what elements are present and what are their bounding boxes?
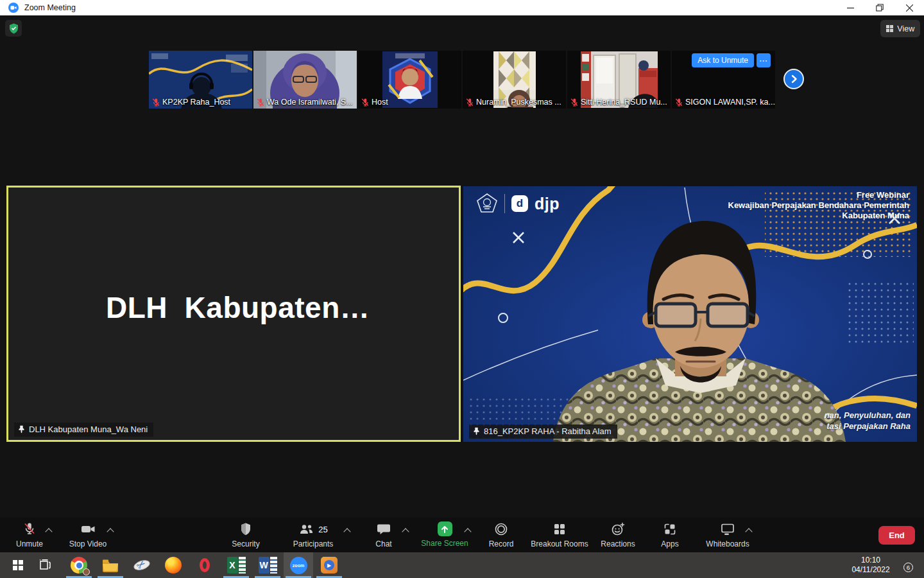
- taskbar-excel-button[interactable]: X: [221, 552, 251, 578]
- taskbar-snipping-button[interactable]: ✂: [127, 552, 157, 578]
- whiteboard-icon: [719, 521, 736, 537]
- video-pane-rabitha-alam: d djp Free Webinar Kewajiban Perpajakan …: [463, 186, 917, 442]
- meeting-stage: View: [0, 15, 924, 552]
- chat-button[interactable]: Chat: [355, 521, 413, 548]
- record-icon: [493, 521, 509, 537]
- zoom-meeting-window: Zoom Meeting View: [0, 0, 924, 578]
- reactions-smiley-icon: [610, 521, 626, 537]
- participant-name-label: Wa Ode Isramilwati, S...: [257, 98, 353, 107]
- next-page-button[interactable]: [783, 69, 804, 89]
- close-button[interactable]: [894, 0, 924, 15]
- start-button[interactable]: [3, 552, 33, 578]
- stop-video-label: Stop Video: [69, 539, 107, 548]
- participant-name-label: Nuramin_Puskesmas ...: [466, 98, 561, 107]
- share-screen-label: Share Screen: [421, 539, 468, 548]
- apps-button[interactable]: Apps: [641, 521, 699, 548]
- record-button[interactable]: Record: [472, 521, 530, 548]
- security-button[interactable]: Security: [217, 521, 275, 548]
- more-options-button[interactable]: ⋯: [757, 53, 771, 67]
- muted-mic-icon: [466, 98, 474, 107]
- meeting-toolbar: Unmute Stop Video Security: [0, 518, 924, 552]
- whiteboards-label: Whiteboards: [706, 539, 749, 548]
- ask-to-unmute-button[interactable]: Ask to Unmute: [692, 53, 754, 67]
- taskbar-word-button[interactable]: W: [253, 552, 282, 578]
- notification-count-badge: 6: [903, 563, 913, 572]
- thumbnail-host[interactable]: Host: [358, 51, 461, 109]
- shared-screen-pane-dlh: DLH Kabupaten… DLH Kabupaten Muna_Wa Nen…: [6, 186, 461, 442]
- firefox-icon: [165, 557, 182, 574]
- restore-button[interactable]: [865, 0, 894, 15]
- taskbar-chrome-button[interactable]: [64, 552, 94, 578]
- notification-count: 6: [907, 564, 910, 571]
- zoom-wordmark: zoom: [293, 563, 304, 568]
- taskbar-firefox-button[interactable]: [158, 552, 188, 578]
- zoom-app-icon: zoom: [290, 557, 307, 574]
- file-explorer-icon: [101, 557, 119, 573]
- windows-logo-icon: [13, 560, 23, 570]
- clock[interactable]: 10:10 04/11/2022: [846, 556, 896, 575]
- apps-label: Apps: [661, 539, 678, 548]
- participant-name: 816_KP2KP RAHA - Rabitha Alam: [484, 426, 612, 436]
- thumbnail-nuramin-puskesmas[interactable]: Nuramin_Puskesmas ...: [463, 51, 566, 109]
- security-shield-button[interactable]: [5, 20, 22, 37]
- thumbnail-sitti-herina[interactable]: Sitti Herina_RSUD Mu...: [567, 51, 671, 109]
- pin-icon: [18, 425, 25, 434]
- media-player-icon: ▶: [321, 557, 338, 574]
- thumbnail-sigon-lawani[interactable]: Ask to Unmute ⋯ SIGON LAWANI,SP. ka...: [672, 51, 775, 109]
- participant-name-label: SIGON LAWANI,SP. ka...: [675, 98, 775, 107]
- stop-video-button[interactable]: Stop Video: [59, 521, 117, 548]
- chat-label: Chat: [375, 539, 391, 548]
- participant-name-label: KP2KP Raha_Host: [152, 98, 230, 107]
- djp-logo-text: djp: [535, 195, 560, 213]
- window-title: Zoom Meeting: [24, 0, 76, 15]
- word-icon: W: [259, 557, 277, 574]
- participants-button[interactable]: 25 Participants: [281, 521, 345, 548]
- view-button[interactable]: View: [880, 20, 920, 37]
- view-grid-icon: [886, 25, 894, 33]
- pin-icon: [473, 427, 480, 435]
- minimize-button[interactable]: [835, 0, 865, 15]
- banner-line-3: Kabupaten Muna: [728, 211, 910, 221]
- muted-mic-icon: [675, 98, 683, 107]
- reactions-button[interactable]: Reactions: [589, 521, 647, 548]
- security-label: Security: [232, 539, 259, 548]
- muted-mic-icon: [257, 98, 264, 107]
- muted-mic-icon: [152, 98, 160, 107]
- task-view-icon: [38, 558, 52, 572]
- apps-icon: [662, 521, 678, 537]
- taskbar-media-player-button[interactable]: ▶: [314, 552, 344, 578]
- chrome-profile-avatar: [83, 568, 90, 575]
- shield-icon: [238, 521, 253, 537]
- ask-to-unmute-label: Ask to Unmute: [697, 56, 748, 65]
- banner-line-1: Free Webinar: [728, 190, 910, 200]
- breakout-rooms-button[interactable]: Breakout Rooms: [524, 521, 595, 548]
- end-meeting-button[interactable]: End: [878, 526, 915, 545]
- unmute-button[interactable]: Unmute: [1, 521, 58, 548]
- djp-logo-mark: d: [511, 195, 528, 212]
- task-view-button[interactable]: [30, 552, 60, 578]
- taskbar-explorer-button[interactable]: [96, 552, 125, 578]
- speaker-video: [463, 186, 917, 442]
- zoom-app-icon: [8, 3, 19, 13]
- chat-bubble-icon: [376, 521, 391, 537]
- shared-screen-text: DLH Kabupaten…: [106, 290, 370, 325]
- djp-logo-letter: d: [517, 197, 523, 210]
- title-bar: Zoom Meeting: [0, 0, 924, 15]
- unmute-label: Unmute: [16, 539, 43, 548]
- thumbnail-kp2kp-raha-host[interactable]: KP2KP Raha_Host: [149, 51, 252, 109]
- thumbnail-wa-ode-isramilwati[interactable]: Wa Ode Isramilwati, S...: [253, 51, 357, 109]
- record-label: Record: [489, 539, 514, 548]
- taskbar-zoom-button-active[interactable]: zoom: [284, 552, 313, 578]
- tray-date: 04/11/2022: [846, 565, 896, 575]
- muted-mic-icon: [570, 98, 578, 107]
- taskbar-opera-button[interactable]: [190, 552, 219, 578]
- share-screen-button[interactable]: Share Screen: [416, 521, 474, 548]
- participant-name-label: Host: [361, 98, 388, 107]
- excel-letter: X: [229, 560, 235, 570]
- snipping-tool-icon: ✂: [133, 559, 150, 572]
- pinned-name-label: 816_KP2KP RAHA - Rabitha Alam: [469, 425, 617, 439]
- participants-label: Participants: [293, 539, 334, 548]
- muted-mic-icon: [22, 521, 37, 537]
- footer-line-2: tasi Perpajakan Raha: [825, 421, 911, 432]
- view-button-label: View: [897, 24, 914, 33]
